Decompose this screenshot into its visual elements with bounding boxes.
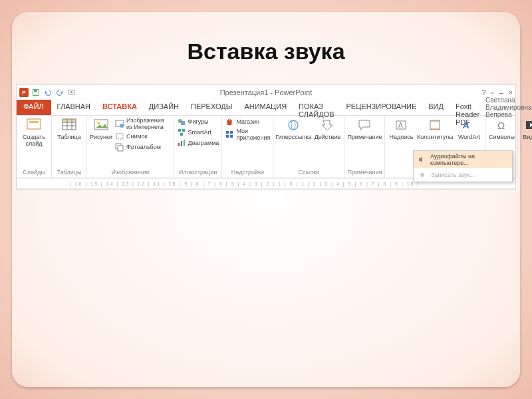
start-slideshow-icon[interactable] xyxy=(67,88,76,97)
svg-point-31 xyxy=(291,120,295,130)
shapes-icon xyxy=(177,117,186,126)
svg-rect-23 xyxy=(178,143,180,146)
svg-point-30 xyxy=(289,120,298,130)
online-pictures-button[interactable]: Изображения из Интернета xyxy=(115,117,171,130)
myapps-button[interactable]: Мои приложения xyxy=(225,128,270,141)
video-icon xyxy=(522,117,532,133)
svg-rect-28 xyxy=(226,135,229,138)
svg-text:A: A xyxy=(462,120,471,130)
undo-icon[interactable] xyxy=(43,88,53,97)
action-icon xyxy=(318,117,336,133)
slide-title: Вставка звука xyxy=(12,39,520,65)
svg-rect-27 xyxy=(230,131,233,134)
svg-rect-24 xyxy=(181,141,182,146)
group-images: Рисунки Изображения из Интернета Снимок xyxy=(87,116,174,178)
svg-rect-1 xyxy=(34,90,37,92)
tab-review[interactable]: РЕЦЕНЗИРОВАНИЕ xyxy=(340,100,422,115)
audio-dropdown: Аудиофайлы на компьютере... Записать зву… xyxy=(413,150,513,182)
group-comments: Примечание Примечания xyxy=(344,116,385,178)
symbol-icon: Ω xyxy=(492,117,511,133)
save-icon[interactable] xyxy=(31,88,41,97)
online-pictures-icon xyxy=(115,119,124,128)
headerfooter-button[interactable]: Колонтитулы xyxy=(417,117,453,141)
chart-button[interactable]: Диаграмма xyxy=(177,138,219,148)
svg-rect-35 xyxy=(430,120,440,122)
table-icon xyxy=(60,117,78,133)
tab-slideshow[interactable]: ПОКАЗ СЛАЙДОВ xyxy=(293,100,340,115)
group-slides: Создать слайд Слайды xyxy=(17,116,52,178)
group-tables: Таблица Таблицы xyxy=(52,116,87,178)
wordart-icon: A xyxy=(460,117,478,133)
window-controls: ? ▫ – × xyxy=(481,88,513,96)
tab-foxit[interactable]: Foxit Reader PDF xyxy=(450,100,485,115)
textbox-button[interactable]: A Надпись xyxy=(388,117,414,141)
store-button[interactable]: Магазин xyxy=(225,117,270,126)
svg-point-14 xyxy=(120,124,124,128)
quick-access-toolbar: P xyxy=(19,88,76,97)
group-links: Гиперссылка Действие Ссылки xyxy=(273,116,344,178)
svg-point-42 xyxy=(420,173,424,177)
hyperlink-button[interactable]: Гиперссылка xyxy=(276,117,311,141)
ribbon-display-icon[interactable]: ▫ xyxy=(491,88,494,96)
chart-icon xyxy=(177,138,186,148)
svg-rect-36 xyxy=(430,128,440,130)
tab-animation[interactable]: АНИМАЦИЯ xyxy=(238,100,293,115)
group-media: Видео Звук Запись экрана xyxy=(518,116,532,178)
comment-button[interactable]: Примечание xyxy=(347,117,382,141)
screenshot-icon xyxy=(115,132,124,141)
svg-rect-26 xyxy=(226,131,229,134)
store-icon xyxy=(225,117,234,126)
wordart-button[interactable]: A WordArt xyxy=(456,117,482,141)
audio-from-file-item[interactable]: Аудиофайлы на компьютере... xyxy=(414,151,512,168)
tab-view[interactable]: ВИД xyxy=(422,100,450,115)
slide-card: Вставка звука P Презентация1 - PowerPoin… xyxy=(12,12,520,387)
svg-rect-10 xyxy=(63,119,76,122)
symbol-button[interactable]: Ω Символы xyxy=(488,117,515,141)
minimize-icon[interactable]: – xyxy=(499,88,503,96)
hyperlink-icon xyxy=(284,117,303,133)
svg-rect-17 xyxy=(118,146,123,151)
speaker-icon xyxy=(418,155,426,164)
headerfooter-icon xyxy=(426,117,444,133)
action-button[interactable]: Действие xyxy=(313,117,341,141)
file-tab[interactable]: ФАЙЛ xyxy=(17,100,51,115)
svg-rect-20 xyxy=(178,129,181,132)
user-account[interactable]: Светлана Владимировна Вепрева xyxy=(485,100,532,115)
svg-rect-3 xyxy=(27,119,41,129)
myapps-icon xyxy=(225,130,234,139)
ribbon-tabs: ФАЙЛ ГЛАВНАЯ ВСТАВКА ДИЗАЙН ПЕРЕХОДЫ АНИ… xyxy=(17,100,515,116)
screenshot-button[interactable]: Снимок xyxy=(115,132,171,141)
video-button[interactable]: Видео xyxy=(521,117,532,141)
svg-point-12 xyxy=(97,122,100,124)
svg-text:Ω: Ω xyxy=(497,120,505,131)
smartart-button[interactable]: SmartArt xyxy=(177,128,219,137)
svg-rect-29 xyxy=(230,135,233,138)
tab-transitions[interactable]: ПЕРЕХОДЫ xyxy=(185,100,238,115)
redo-icon[interactable] xyxy=(55,88,65,97)
app-icon: P xyxy=(19,88,29,97)
record-audio-item[interactable]: Записать звук... xyxy=(414,168,512,182)
tab-insert[interactable]: ВСТАВКА xyxy=(96,100,143,115)
tab-home[interactable]: ГЛАВНАЯ xyxy=(51,100,96,115)
svg-text:A: A xyxy=(398,122,403,129)
help-icon[interactable]: ? xyxy=(481,88,485,96)
shapes-button[interactable]: Фигуры xyxy=(177,117,219,126)
svg-rect-22 xyxy=(180,133,183,136)
group-addins: Магазин Мои приложения Надстройки xyxy=(222,116,273,178)
new-slide-button[interactable]: Создать слайд xyxy=(19,117,49,148)
svg-rect-21 xyxy=(182,129,185,132)
svg-rect-15 xyxy=(116,134,123,139)
album-icon xyxy=(115,142,124,152)
pictures-icon xyxy=(92,117,110,133)
group-illustrations: Фигуры SmartArt Диаграмма Иллюстрации xyxy=(174,116,223,178)
record-icon xyxy=(418,170,427,180)
close-icon[interactable]: × xyxy=(509,88,513,96)
table-button[interactable]: Таблица xyxy=(55,117,84,141)
svg-rect-25 xyxy=(184,140,185,146)
svg-rect-19 xyxy=(181,121,185,125)
tab-design[interactable]: ДИЗАЙН xyxy=(143,100,185,115)
photo-album-button[interactable]: Фотоальбом xyxy=(115,142,171,152)
pictures-button[interactable]: Рисунки xyxy=(90,117,112,141)
window-title: Презентация1 - PowerPoint xyxy=(17,88,515,96)
textbox-icon: A xyxy=(392,117,410,133)
